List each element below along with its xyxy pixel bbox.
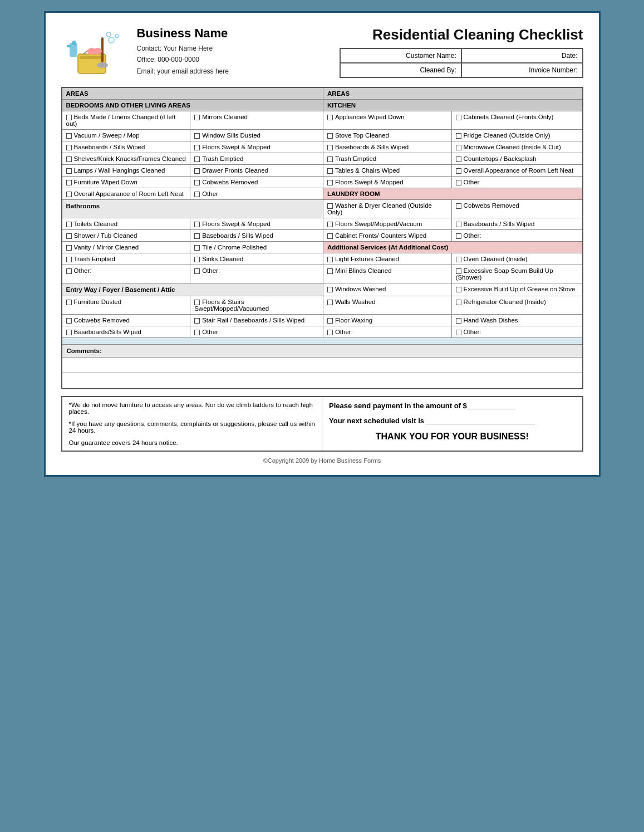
checkbox[interactable] — [327, 203, 333, 209]
bath-item-1b: Floors Swept & Mopped — [190, 218, 323, 230]
checkbox[interactable] — [456, 115, 461, 120]
entry-item-1a: Furniture Dusted — [62, 296, 190, 315]
checkbox[interactable] — [194, 268, 200, 274]
checkbox[interactable] — [66, 222, 72, 227]
entry-item-2b: Stair Rail / Baseboards / Sills Wiped — [190, 315, 323, 326]
comments-label: Comments: — [62, 345, 583, 358]
checkbox[interactable] — [66, 180, 72, 185]
laundry-item-3a: Cabinet Fronts/ Counters Wiped — [323, 230, 451, 242]
checkbox[interactable] — [456, 222, 461, 227]
entry-row-1: Furniture Dusted Floors & Stairs Swept/M… — [62, 296, 583, 315]
kitchen-item-5: Tables & Chairs Wiped — [323, 165, 451, 177]
checkbox[interactable] — [194, 168, 200, 174]
checkbox[interactable] — [456, 268, 461, 274]
checkbox[interactable] — [194, 318, 200, 324]
add-item-5a: Floor Waxing — [323, 315, 451, 326]
payment-text: Please send payment in the amount of $__… — [329, 402, 576, 410]
bath-row-2: Shower / Tub Cleaned Baseboards / Sills … — [62, 230, 583, 242]
checkbox[interactable] — [194, 245, 200, 251]
checkbox[interactable] — [66, 257, 72, 262]
checkbox[interactable] — [66, 133, 72, 139]
kitchen-item-3: Baseboards & Sills Wiped — [323, 141, 451, 153]
checkbox[interactable] — [456, 168, 461, 174]
checkbox[interactable] — [194, 300, 200, 305]
checkbox[interactable] — [327, 180, 333, 185]
checkbox[interactable] — [456, 180, 461, 185]
svg-point-9 — [106, 32, 111, 37]
spacer-row — [62, 338, 583, 345]
bath-row-3: Vanity / Mirror Cleaned Tile / Chrome Po… — [62, 242, 583, 253]
checkbox[interactable] — [456, 300, 461, 305]
checkbox[interactable] — [194, 115, 200, 120]
checkbox[interactable] — [456, 145, 461, 150]
checkbox[interactable] — [66, 245, 72, 251]
svg-point-3 — [97, 62, 108, 68]
checkbox[interactable] — [327, 287, 333, 292]
thank-you-text: THANK YOU FOR YOUR BUSINESS! — [329, 432, 576, 442]
bath-item-3b: Tile / Chrome Polished — [190, 242, 323, 253]
header: Business Name Contact: Your Name Here Of… — [61, 26, 583, 78]
footer-right: Please send payment in the amount of $__… — [322, 397, 583, 451]
checkbox[interactable] — [327, 168, 333, 174]
checkbox[interactable] — [66, 156, 72, 162]
checkbox[interactable] — [194, 145, 200, 150]
row-4: Shelves/Knick Knacks/Frames Cleaned Tras… — [62, 153, 583, 165]
checkbox[interactable] — [66, 192, 72, 197]
checkbox[interactable] — [194, 222, 200, 227]
bath-item-2a: Shower / Tub Cleaned — [62, 230, 190, 242]
checkbox[interactable] — [327, 145, 333, 150]
checkbox[interactable] — [66, 168, 72, 174]
bed-item-col2-2: Window Sills Dusted — [190, 130, 323, 141]
row-2: Vacuum / Sweep / Mop Window Sills Dusted… — [62, 130, 583, 141]
footer-table: *We do not move furniture to access any … — [61, 396, 583, 452]
row-7: Overall Appearance of Room Left Neat Oth… — [62, 188, 583, 200]
checkbox[interactable] — [194, 133, 200, 139]
checkbox[interactable] — [327, 156, 333, 162]
page-title: Residential Cleaning Checklist — [340, 26, 583, 43]
entry-row-3: Baseboards/Sills Wiped Other: Other: Oth… — [62, 326, 583, 338]
checkbox[interactable] — [456, 156, 461, 162]
kitchen-item-6b: Other — [451, 177, 582, 188]
checkbox[interactable] — [456, 133, 461, 139]
checkbox[interactable] — [66, 318, 72, 324]
checkbox[interactable] — [327, 133, 333, 139]
checkbox[interactable] — [327, 222, 333, 227]
checkbox[interactable] — [66, 268, 72, 274]
checkbox[interactable] — [456, 330, 461, 335]
checkbox[interactable] — [456, 233, 461, 239]
disclaimer2: *If you have any questions, comments, co… — [69, 420, 316, 434]
office-info: Office: 000-000-0000 — [137, 54, 340, 65]
checkbox[interactable] — [456, 257, 461, 262]
checkbox[interactable] — [66, 145, 72, 150]
add-item-3b: Excessive Build Up of Grease on Stove — [451, 283, 582, 296]
checkbox[interactable] — [194, 156, 200, 162]
page-container: Business Name Contact: Your Name Here Of… — [44, 11, 601, 477]
checkbox[interactable] — [66, 233, 72, 239]
checkbox[interactable] — [456, 287, 461, 292]
invoice-label: Invoice Number: — [461, 63, 583, 77]
laundry-item-2b: Baseboards / Sills Wiped — [451, 218, 582, 230]
checkbox[interactable] — [327, 330, 333, 335]
checkbox[interactable] — [194, 180, 200, 185]
checkbox[interactable] — [66, 330, 72, 335]
bed-item-col2-6: Cobwebs Removed — [190, 177, 323, 188]
checkbox[interactable] — [66, 115, 72, 120]
checkbox[interactable] — [194, 192, 200, 197]
checkbox[interactable] — [327, 257, 333, 262]
checkbox[interactable] — [194, 233, 200, 239]
main-table: AREAS AREAS BEDROOMS AND OTHER LIVING AR… — [61, 87, 583, 389]
bed-item-7: Overall Appearance of Room Left Neat — [62, 188, 190, 200]
checkbox[interactable] — [456, 318, 461, 324]
checkbox[interactable] — [456, 203, 461, 209]
checkbox[interactable] — [327, 115, 333, 120]
kitchen-item-1b: Cabinets Cleaned (Fronts Only) — [451, 111, 582, 130]
checkbox[interactable] — [194, 330, 200, 335]
checkbox[interactable] — [327, 233, 333, 239]
checkbox[interactable] — [327, 268, 333, 274]
checkbox[interactable] — [194, 257, 200, 262]
bath-row-1: Toilets Cleaned Floors Swept & Mopped Fl… — [62, 218, 583, 230]
checkbox[interactable] — [66, 300, 72, 305]
checkbox[interactable] — [327, 318, 333, 324]
checkbox[interactable] — [327, 300, 333, 305]
add-item-2a: Mini Blinds Cleaned — [323, 265, 451, 283]
